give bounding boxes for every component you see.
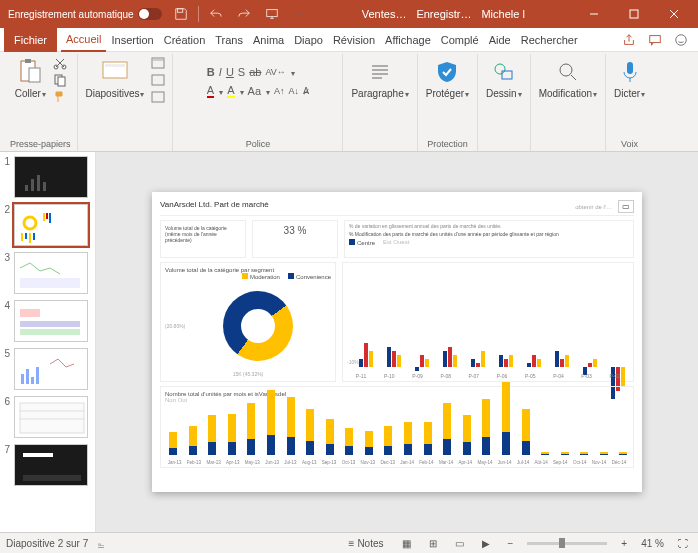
ribbon: Coller Presse-papiers Diapositives bbox=[0, 52, 698, 152]
shrink-font-button[interactable]: A↓ bbox=[289, 86, 300, 96]
tab-file[interactable]: Fichier bbox=[4, 28, 57, 52]
zoom-level: 41 % bbox=[641, 538, 664, 549]
filename: Ventes… bbox=[362, 8, 407, 20]
protection-group-label: Protection bbox=[427, 137, 468, 151]
toggle-icon bbox=[138, 8, 162, 20]
smiley-icon[interactable] bbox=[670, 30, 692, 50]
font-color-button[interactable]: A bbox=[207, 84, 214, 98]
drawing-button[interactable]: Dessin bbox=[484, 56, 524, 101]
tab-help[interactable]: Aide bbox=[484, 28, 516, 52]
notes-button[interactable]: ≡ Notes bbox=[345, 538, 388, 549]
share-icon[interactable] bbox=[618, 30, 640, 50]
zoom-out-button[interactable]: − bbox=[504, 538, 518, 549]
undo-icon[interactable] bbox=[203, 1, 229, 27]
slideshow-view-icon[interactable]: ▶ bbox=[478, 538, 494, 549]
shadow-button[interactable]: S bbox=[238, 66, 245, 78]
tab-animations[interactable]: Anima bbox=[248, 28, 289, 52]
zoom-slider[interactable] bbox=[527, 542, 607, 545]
svg-rect-24 bbox=[37, 175, 40, 191]
thumb-1[interactable] bbox=[14, 156, 88, 198]
thumb-5[interactable] bbox=[14, 348, 88, 390]
svg-rect-38 bbox=[21, 374, 24, 384]
tab-addins[interactable]: Complé bbox=[436, 28, 484, 52]
svg-rect-17 bbox=[152, 92, 164, 102]
svg-rect-22 bbox=[25, 185, 28, 191]
clear-format-button[interactable]: A̷ bbox=[303, 86, 309, 96]
tab-transitions[interactable]: Trans bbox=[210, 28, 248, 52]
spacing-button[interactable]: AV↔ bbox=[265, 67, 285, 77]
dictate-button[interactable]: Dicter bbox=[612, 56, 647, 101]
comments-icon[interactable] bbox=[644, 30, 666, 50]
slide-title: VanArsdel Ltd. Part de marché bbox=[160, 200, 269, 213]
thumb-7[interactable] bbox=[14, 444, 88, 486]
svg-rect-21 bbox=[627, 62, 633, 74]
strike-button[interactable]: ab bbox=[249, 66, 261, 78]
tab-slideshow[interactable]: Diapo bbox=[289, 28, 328, 52]
tab-design[interactable]: Création bbox=[159, 28, 211, 52]
qat-more-icon[interactable] bbox=[287, 1, 313, 27]
close-button[interactable] bbox=[654, 0, 694, 28]
tab-insert[interactable]: Insertion bbox=[106, 28, 158, 52]
shield-icon bbox=[433, 58, 461, 86]
svg-rect-41 bbox=[36, 367, 39, 384]
slide-canvas[interactable]: VanArsdel Ltd. Part de marché obtenir de… bbox=[96, 152, 698, 532]
font-case-button[interactable]: Aa bbox=[248, 85, 261, 97]
tab-review[interactable]: Révision bbox=[328, 28, 380, 52]
normal-view-icon[interactable]: ▦ bbox=[398, 538, 415, 549]
bold-button[interactable]: B bbox=[207, 66, 215, 78]
thumb-6[interactable] bbox=[14, 396, 88, 438]
font-group-label: Police bbox=[246, 137, 271, 151]
minimize-button[interactable] bbox=[574, 0, 614, 28]
shapes-icon bbox=[490, 58, 518, 86]
monthly-bar-chart: Nombre total d'unités par mois et isVanA… bbox=[160, 386, 634, 468]
tab-view[interactable]: Affichage bbox=[380, 28, 436, 52]
tab-home[interactable]: Accueil bbox=[61, 28, 106, 52]
thumb-4[interactable] bbox=[14, 300, 88, 342]
svg-rect-6 bbox=[25, 59, 31, 63]
save-icon[interactable] bbox=[168, 1, 194, 27]
thumb-2[interactable] bbox=[14, 204, 88, 246]
slideshow-icon[interactable] bbox=[259, 1, 285, 27]
paragraph-button[interactable]: Paragraphe bbox=[349, 56, 410, 101]
voice-group-label: Voix bbox=[621, 137, 638, 151]
fit-button[interactable]: ⛶ bbox=[674, 538, 692, 549]
svg-rect-29 bbox=[49, 213, 51, 223]
slide-content: VanArsdel Ltd. Part de marché obtenir de… bbox=[152, 192, 642, 492]
italic-button[interactable]: I bbox=[219, 66, 222, 78]
svg-rect-36 bbox=[20, 321, 80, 327]
layout-icon[interactable] bbox=[150, 56, 166, 70]
editing-button[interactable]: Modification bbox=[537, 56, 599, 101]
find-icon bbox=[554, 58, 582, 86]
maximize-button[interactable] bbox=[614, 0, 654, 28]
language-icon[interactable]: ⎁ bbox=[98, 538, 104, 549]
svg-rect-2 bbox=[630, 10, 638, 18]
svg-rect-23 bbox=[31, 179, 34, 191]
svg-point-18 bbox=[495, 64, 505, 74]
clipboard-icon bbox=[16, 58, 44, 86]
highlight-button[interactable]: A bbox=[227, 84, 234, 98]
redo-icon[interactable] bbox=[231, 1, 257, 27]
paste-button[interactable]: Coller bbox=[13, 56, 48, 101]
underline-button[interactable]: U bbox=[226, 66, 234, 78]
section-icon[interactable] bbox=[150, 90, 166, 104]
grow-font-button[interactable]: A↑ bbox=[274, 86, 285, 96]
copy-icon[interactable] bbox=[52, 73, 68, 87]
tab-search[interactable]: Rechercher bbox=[516, 28, 583, 52]
thumb-3[interactable] bbox=[14, 252, 88, 294]
autosave-toggle[interactable]: Enregistrement automatique bbox=[4, 8, 166, 20]
autosave-label: Enregistrement automatique bbox=[8, 9, 134, 20]
user-name[interactable]: Michele l bbox=[481, 8, 524, 20]
reading-view-icon[interactable]: ▭ bbox=[451, 538, 468, 549]
svg-rect-33 bbox=[33, 233, 35, 240]
svg-rect-37 bbox=[20, 329, 80, 335]
slides-button[interactable]: Diapositives bbox=[84, 56, 147, 101]
clipboard-group-label: Presse-papiers bbox=[10, 137, 71, 151]
cut-icon[interactable] bbox=[52, 56, 68, 70]
slide-counter: Diapositive 2 sur 7 bbox=[6, 538, 88, 549]
zoom-in-button[interactable]: + bbox=[617, 538, 631, 549]
format-painter-icon[interactable] bbox=[52, 90, 68, 104]
reset-icon[interactable] bbox=[150, 73, 166, 87]
protect-button[interactable]: Protéger bbox=[424, 56, 471, 101]
sorter-view-icon[interactable]: ⊞ bbox=[425, 538, 441, 549]
svg-rect-42 bbox=[20, 403, 84, 433]
